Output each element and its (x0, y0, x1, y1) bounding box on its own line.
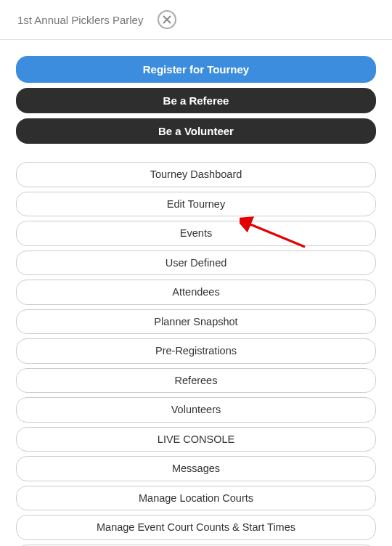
close-icon (163, 15, 171, 24)
modal-content: Register for Tourney Be a Referee Be a V… (0, 40, 392, 546)
modal-header: 1st Annual Picklers Parley (0, 0, 392, 40)
be-referee-button[interactable]: Be a Referee (16, 88, 376, 113)
menu-item-manage-location-courts[interactable]: Manage Location Courts (16, 486, 376, 511)
menu-item-volunteers[interactable]: Volunteers (16, 397, 376, 423)
menu-item-messages[interactable]: Messages (16, 456, 376, 481)
close-button[interactable] (158, 10, 176, 29)
menu-item-events[interactable]: Events (16, 221, 376, 246)
menu-item-edit-tourney[interactable]: Edit Tourney (16, 192, 376, 217)
be-volunteer-button[interactable]: Be a Volunteer (16, 118, 376, 144)
menu-item-tourney-dashboard[interactable]: Tourney Dashboard (16, 162, 376, 187)
register-tourney-button[interactable]: Register for Tourney (16, 56, 376, 83)
page-title: 1st Annual Picklers Parley (17, 14, 143, 26)
menu-item-referees[interactable]: Referees (16, 368, 376, 394)
menu-item-live-console[interactable]: LIVE CONSOLE (16, 427, 376, 452)
menu-item-attendees[interactable]: Attendees (16, 280, 376, 305)
menu-item-manage-event-court-counts[interactable]: Manage Event Court Counts & Start Times (16, 515, 376, 540)
menu-item-user-defined[interactable]: User Defined (16, 250, 376, 276)
menu-item-planner-snapshot[interactable]: Planner Snapshot (16, 309, 376, 335)
menu-item-pre-registrations[interactable]: Pre-Registrations (16, 338, 376, 364)
